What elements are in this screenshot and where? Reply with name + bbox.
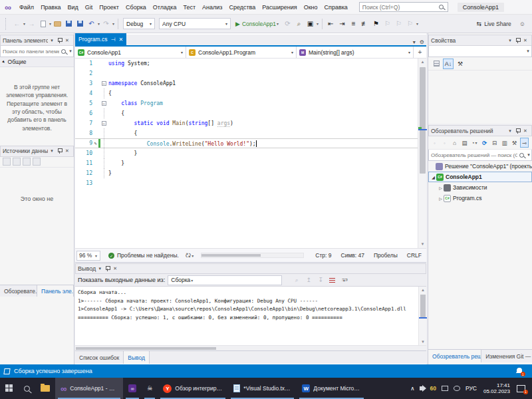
code-line[interactable]: 12}	[75, 168, 426, 178]
close-icon[interactable]: ✕	[521, 38, 529, 43]
find-in-files-icon[interactable]: ⌕	[294, 18, 304, 30]
home-icon[interactable]: ⌂	[450, 138, 459, 148]
properties-wrench-icon[interactable]: ⚒	[510, 138, 519, 148]
tree-item[interactable]: ◢C#ConsoleApp1	[428, 172, 532, 182]
platform-combobox[interactable]: Any CPU ▾	[159, 18, 231, 29]
window-position-icon[interactable]: ▾	[506, 38, 514, 43]
code-text[interactable]: {	[107, 110, 124, 116]
refresh-icon[interactable]: ⟳	[480, 138, 489, 148]
issues-filter-icon[interactable]: 🗘	[186, 252, 192, 259]
file-explorer-button[interactable]	[35, 378, 55, 399]
toolbox-section-general[interactable]: ▸ Общие	[0, 57, 74, 67]
navigate-forward-icon[interactable]: →	[27, 18, 37, 30]
chevron-down-icon[interactable]: ▾	[192, 253, 194, 258]
chevron-down-icon[interactable]: ▾	[416, 21, 418, 26]
code-text[interactable]: Console.WriteLine("Hello World!");	[107, 140, 257, 147]
undo-dropdown-icon[interactable]: ▾	[98, 21, 100, 26]
configure-data-source-icon[interactable]	[23, 158, 31, 166]
redo-dropdown-icon[interactable]: ▾	[112, 21, 114, 26]
code-line[interactable]: 6 {	[75, 108, 426, 118]
code-text[interactable]: namespace ConsoleApp1	[107, 80, 176, 86]
new-item-dropdown-icon[interactable]: ▾	[49, 21, 51, 26]
scroll-down-icon[interactable]: ▼	[419, 338, 427, 345]
close-icon[interactable]: ✕	[118, 37, 123, 43]
close-icon[interactable]: ✕	[63, 38, 71, 43]
code-line[interactable]: 10 }	[75, 148, 426, 158]
window-position-icon[interactable]: ▾	[48, 38, 56, 43]
find-message-icon[interactable]: ⌕	[291, 275, 302, 285]
save-icon[interactable]	[64, 18, 74, 30]
properties-object-input[interactable]	[429, 49, 525, 55]
action-center-icon[interactable]: 1	[517, 385, 525, 392]
close-icon[interactable]: ✕	[521, 128, 529, 134]
chevron-down-icon[interactable]: ▾	[526, 152, 531, 158]
notifications-bell-icon[interactable]: 1	[516, 368, 523, 374]
menu-Справка[interactable]: Справка	[321, 0, 351, 14]
close-icon[interactable]: ✕	[63, 148, 71, 154]
menu-Окно[interactable]: Окно	[301, 0, 321, 14]
fold-margin[interactable]: −	[100, 98, 107, 108]
window-position-icon[interactable]: ▾	[506, 128, 514, 134]
scroll-down-icon[interactable]: ▼	[418, 241, 427, 248]
language-indicator[interactable]: РУС	[463, 378, 479, 399]
taskbar-app-notepad[interactable]: *Visual Studio.txt - ...	[228, 378, 297, 399]
code-line[interactable]: 8 {	[75, 128, 426, 138]
tab-список-ошибок[interactable]: Список ошибок	[75, 351, 124, 364]
project-dropdown[interactable]: C# ConsoleApp1 ▾	[75, 47, 186, 58]
taskbar-clock[interactable]: 17:41 05.02.2023	[479, 382, 514, 394]
background-tasks-icon[interactable]	[3, 368, 10, 374]
alphabetical-sort-icon[interactable]: А↓	[443, 59, 454, 69]
next-bookmark-icon[interactable]: ⚐	[394, 18, 404, 30]
indent-decrease-icon[interactable]: ⇤	[326, 18, 336, 30]
refresh-icon[interactable]	[33, 158, 41, 166]
open-file-icon[interactable]	[53, 18, 63, 30]
menu-Файл[interactable]: Файл	[16, 0, 37, 14]
line-endings-indicator[interactable]: CRLF	[407, 252, 422, 259]
fold-margin[interactable]: −	[100, 118, 107, 128]
new-project-icon[interactable]	[38, 18, 48, 30]
toolbar-grip[interactable]	[5, 18, 8, 30]
tray-chevron-icon[interactable]: ∧	[408, 378, 417, 399]
active-files-dropdown-icon[interactable]: ▾	[413, 39, 416, 45]
code-line[interactable]: 9✎ Console.WriteLine("Hello World!");	[75, 138, 426, 148]
pin-icon[interactable]	[58, 38, 61, 43]
output-vertical-scrollbar[interactable]: ▲ ▼	[418, 287, 426, 345]
taskbar-app-vs-installer[interactable]: ∞	[123, 378, 142, 399]
redo-icon[interactable]: ↷	[101, 18, 111, 30]
pin-icon[interactable]	[58, 148, 61, 154]
start-debugging-button[interactable]: ▶ ConsoleApp1 ▾	[235, 21, 279, 27]
quick-search-input[interactable]	[360, 4, 439, 11]
menu-Правка[interactable]: Правка	[37, 0, 64, 14]
menu-Сборка[interactable]: Сборка	[122, 0, 150, 14]
code-text[interactable]: }	[107, 150, 137, 156]
code-line[interactable]: 3−namespace ConsoleApp1	[75, 78, 426, 88]
code-line[interactable]: 1using System;	[75, 59, 426, 68]
menu-Тест[interactable]: Тест	[180, 0, 199, 14]
menu-Проект[interactable]: Проект	[96, 0, 122, 14]
collapsed-icon[interactable]: ▷	[438, 186, 444, 190]
toolbox-search-input[interactable]	[1, 49, 61, 55]
scrollbar-thumb[interactable]	[420, 67, 426, 174]
code-editor[interactable]: 1using System;23−namespace ConsoleApp14{…	[75, 59, 426, 248]
edit-data-source-icon[interactable]	[13, 158, 21, 166]
code-text[interactable]: {	[107, 90, 112, 96]
code-line[interactable]: 5− class Program	[75, 98, 426, 108]
menu-Git[interactable]: Git	[82, 0, 96, 14]
chevron-down-icon[interactable]: ▾	[68, 49, 73, 54]
collapsed-icon[interactable]: ▷	[438, 196, 444, 201]
tree-item[interactable]: ▷C#Program.cs	[428, 193, 532, 203]
add-data-source-icon[interactable]	[3, 158, 11, 166]
tree-item[interactable]: ▷Зависимости	[428, 182, 532, 193]
properties-object-combobox[interactable]: ▾	[428, 46, 532, 57]
solution-search-input[interactable]	[429, 152, 519, 158]
tab-изменения-git-п-[interactable]: Изменения Git — п...	[481, 350, 532, 362]
chevron-down-icon[interactable]: ▾	[317, 21, 319, 26]
start-button[interactable]	[0, 378, 19, 399]
code-line[interactable]: 2	[75, 68, 426, 78]
zoom-combobox[interactable]: 96 % ▾	[76, 251, 100, 261]
toolbox-search-box[interactable]: ▾	[0, 46, 74, 57]
chevron-down-icon[interactable]: ▾	[525, 49, 531, 54]
taskbar-app-skull[interactable]: ☠	[142, 378, 158, 399]
previous-message-icon[interactable]: ↥	[303, 275, 314, 285]
window-position-icon[interactable]: ▾	[96, 266, 104, 271]
